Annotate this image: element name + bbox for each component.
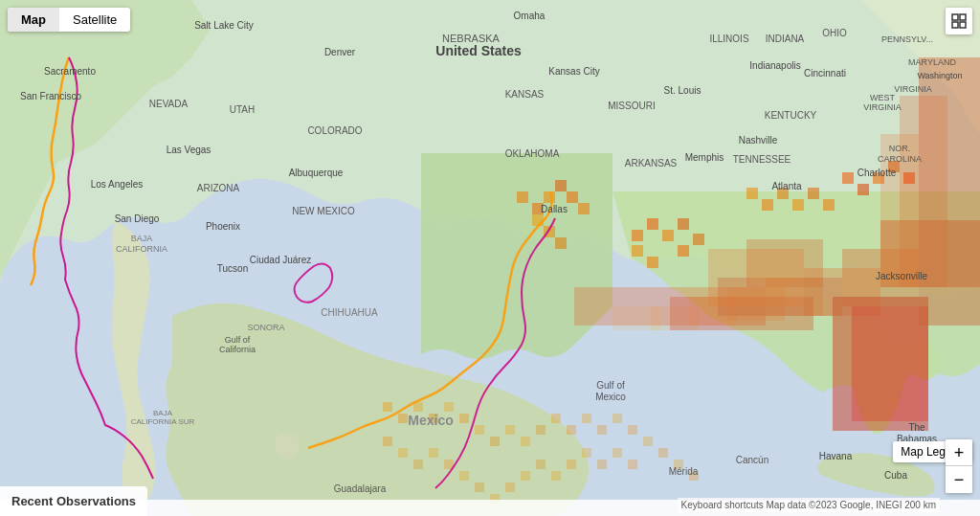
svg-text:CALIFORNIA: CALIFORNIA bbox=[116, 244, 167, 254]
zoom-controls: + − bbox=[946, 439, 972, 493]
svg-rect-28 bbox=[632, 230, 643, 241]
svg-text:Cancún: Cancún bbox=[736, 455, 768, 465]
svg-text:Albuquerque: Albuquerque bbox=[289, 168, 344, 178]
svg-text:Gulf of: Gulf of bbox=[225, 335, 251, 345]
svg-rect-44 bbox=[792, 199, 804, 211]
svg-text:Charlotte: Charlotte bbox=[858, 168, 897, 178]
svg-rect-69 bbox=[582, 448, 591, 458]
svg-text:San Diego: San Diego bbox=[115, 213, 160, 224]
svg-text:Cuba: Cuba bbox=[884, 470, 907, 481]
svg-rect-40 bbox=[903, 172, 915, 184]
svg-rect-54 bbox=[490, 437, 500, 446]
map-button[interactable]: Map bbox=[8, 8, 59, 32]
svg-rect-73 bbox=[521, 437, 530, 446]
svg-text:United States: United States bbox=[435, 43, 522, 58]
svg-text:WEST: WEST bbox=[870, 93, 896, 102]
svg-rect-75 bbox=[551, 414, 561, 423]
svg-rect-55 bbox=[505, 425, 515, 435]
svg-rect-74 bbox=[536, 425, 546, 435]
zoom-out-button[interactable]: − bbox=[946, 466, 972, 493]
svg-text:Jacksonville: Jacksonville bbox=[876, 271, 927, 281]
svg-text:BAJA: BAJA bbox=[131, 234, 153, 243]
svg-rect-46 bbox=[823, 199, 835, 211]
svg-text:OKLAHOMA: OKLAHOMA bbox=[505, 148, 560, 159]
svg-rect-77 bbox=[582, 414, 591, 423]
satellite-button[interactable]: Satellite bbox=[59, 8, 130, 32]
svg-text:Mérida: Mérida bbox=[669, 466, 699, 477]
svg-rect-80 bbox=[628, 425, 637, 435]
zoom-in-button[interactable]: + bbox=[946, 439, 972, 466]
svg-rect-152 bbox=[952, 22, 958, 28]
svg-rect-27 bbox=[555, 237, 567, 249]
svg-text:VIRGINIA: VIRGINIA bbox=[863, 102, 902, 112]
svg-text:NEW MEXICO: NEW MEXICO bbox=[292, 206, 355, 216]
svg-rect-41 bbox=[746, 188, 758, 199]
svg-rect-21 bbox=[544, 191, 555, 203]
svg-text:The: The bbox=[908, 422, 925, 433]
svg-rect-58 bbox=[413, 460, 423, 469]
svg-text:NOR.: NOR. bbox=[889, 144, 911, 153]
svg-rect-31 bbox=[678, 218, 689, 230]
svg-text:Cincinnati: Cincinnati bbox=[804, 68, 846, 79]
svg-text:CAROLINA: CAROLINA bbox=[878, 154, 922, 164]
svg-rect-66 bbox=[536, 460, 546, 469]
svg-text:CALIFORNIA SUR: CALIFORNIA SUR bbox=[131, 417, 195, 426]
svg-text:VIRGINIA: VIRGINIA bbox=[894, 84, 932, 94]
expand-icon bbox=[951, 13, 967, 29]
recent-observations-label: Recent Observations bbox=[0, 486, 147, 516]
svg-rect-10 bbox=[852, 306, 928, 421]
svg-rect-81 bbox=[643, 437, 653, 446]
svg-rect-30 bbox=[662, 230, 674, 241]
svg-rect-72 bbox=[628, 460, 637, 469]
svg-rect-33 bbox=[647, 257, 658, 268]
svg-rect-150 bbox=[952, 14, 958, 20]
svg-text:SONORA: SONORA bbox=[247, 323, 284, 332]
svg-text:COLORADO: COLORADO bbox=[307, 125, 362, 136]
svg-text:TENNESSEE: TENNESSEE bbox=[733, 154, 791, 165]
svg-text:BAJA: BAJA bbox=[153, 409, 173, 417]
svg-text:Guadalajara: Guadalajara bbox=[334, 483, 387, 494]
svg-rect-24 bbox=[578, 203, 590, 214]
svg-text:ILLINOIS: ILLINOIS bbox=[709, 34, 748, 44]
svg-rect-68 bbox=[567, 460, 576, 469]
svg-rect-76 bbox=[567, 425, 576, 435]
svg-rect-22 bbox=[555, 180, 567, 191]
svg-rect-65 bbox=[521, 471, 530, 481]
map-container: NEBRASKA COLORADO UTAH NEVADA ARIZONA NE… bbox=[0, 0, 980, 516]
svg-rect-151 bbox=[960, 14, 966, 20]
svg-rect-37 bbox=[858, 184, 869, 195]
svg-text:Kansas City: Kansas City bbox=[548, 66, 599, 77]
svg-text:Indianapolis: Indianapolis bbox=[749, 60, 800, 71]
svg-rect-48 bbox=[398, 414, 408, 423]
svg-text:Los Angeles: Los Angeles bbox=[91, 179, 144, 190]
svg-text:NEVADA: NEVADA bbox=[149, 99, 189, 109]
svg-text:ARIZONA: ARIZONA bbox=[197, 183, 240, 193]
svg-text:Mexico: Mexico bbox=[408, 413, 453, 428]
svg-rect-57 bbox=[398, 448, 408, 458]
map-satellite-toggle: Map Satellite bbox=[8, 8, 130, 32]
svg-rect-79 bbox=[612, 414, 622, 423]
svg-text:Phoenix: Phoenix bbox=[206, 221, 240, 232]
svg-text:UTAH: UTAH bbox=[230, 104, 255, 115]
svg-text:Ciudad Juárez: Ciudad Juárez bbox=[250, 255, 311, 265]
svg-text:Mexico: Mexico bbox=[595, 392, 626, 402]
svg-text:San Francisco: San Francisco bbox=[20, 91, 81, 101]
svg-text:KANSAS: KANSAS bbox=[505, 89, 545, 100]
svg-rect-82 bbox=[658, 448, 668, 458]
svg-rect-53 bbox=[475, 425, 484, 435]
svg-rect-62 bbox=[475, 482, 484, 492]
svg-text:Nashville: Nashville bbox=[739, 135, 778, 146]
svg-rect-29 bbox=[647, 218, 658, 230]
svg-text:Dallas: Dallas bbox=[541, 204, 568, 214]
svg-text:ARKANSAS: ARKANSAS bbox=[625, 158, 678, 168]
svg-text:Washington: Washington bbox=[917, 71, 962, 80]
svg-text:Sacramento: Sacramento bbox=[44, 66, 96, 77]
svg-rect-25 bbox=[532, 214, 544, 226]
svg-rect-153 bbox=[960, 22, 966, 28]
map-attribution: Keyboard shortcuts Map data ©2023 Google… bbox=[678, 498, 940, 512]
svg-rect-70 bbox=[597, 460, 607, 469]
svg-text:PENNSYLV...: PENNSYLV... bbox=[881, 34, 933, 44]
expand-button[interactable] bbox=[946, 8, 972, 34]
svg-rect-32 bbox=[632, 245, 643, 257]
svg-rect-56 bbox=[383, 437, 392, 446]
